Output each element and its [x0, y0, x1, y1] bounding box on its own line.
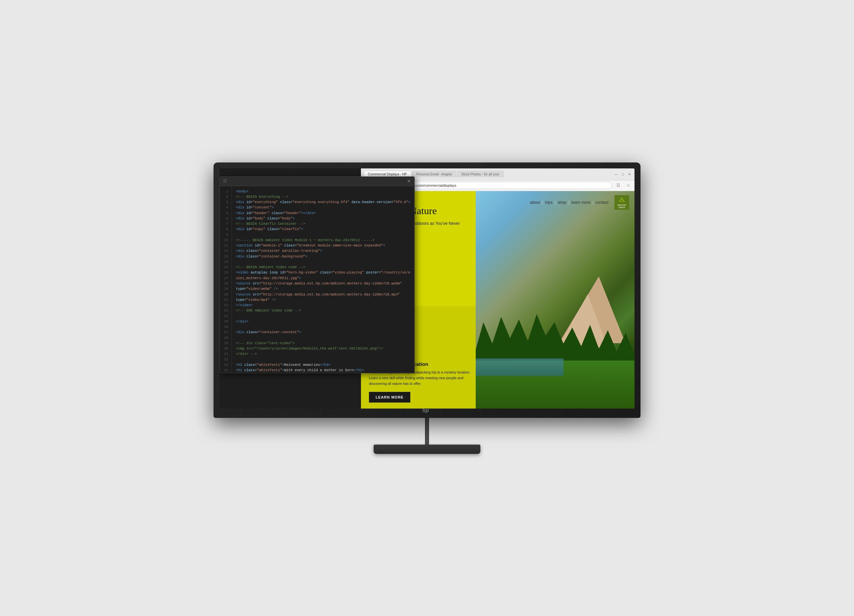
monitor-screen: Commercial Displays - HP Personal Email …: [220, 168, 634, 409]
monitor-stand-neck: [425, 418, 429, 445]
close-button[interactable]: ✕: [627, 172, 632, 177]
mountain-2: [558, 294, 608, 348]
screen-content: Commercial Displays - HP Personal Email …: [220, 168, 634, 409]
learn-more-button[interactable]: LEARN MORE: [369, 392, 410, 403]
browser-tab-stock[interactable]: Stock Photos - for all your: [457, 171, 504, 177]
editor-titlebar: ☷ ✕: [220, 177, 414, 186]
nature-background: [457, 191, 634, 409]
bookmark-button[interactable]: ☆: [624, 182, 632, 189]
water-area: [474, 358, 563, 376]
monitor: Commercial Displays - HP Personal Email …: [214, 162, 640, 454]
line-numbers: 12345 678910 1112131415 1617181920 21222…: [220, 186, 232, 373]
nav-shop[interactable]: shop: [556, 200, 569, 205]
nav-about[interactable]: about: [528, 200, 542, 205]
code-editor: ☷ ✕ 12345 678910 1112131415 1617181920 2…: [220, 177, 415, 373]
monitor-stand-base: [374, 445, 480, 454]
hp-navigation: about | trips | shop | learn more | cont…: [523, 191, 634, 214]
apps-button[interactable]: ☷: [615, 182, 622, 189]
logo-text: discover nature: [618, 204, 626, 209]
editor-icon: ☷: [223, 179, 227, 183]
address-bar-input[interactable]: [390, 182, 612, 189]
nav-trips[interactable]: trips: [543, 200, 555, 205]
nav-learn-more[interactable]: learn more: [569, 200, 592, 205]
editor-body: 12345 678910 1112131415 1617181920 21222…: [220, 186, 414, 373]
code-content[interactable]: <body> <!-- BEGIN Everything --> <div id…: [232, 186, 414, 373]
minimize-button[interactable]: —: [614, 172, 619, 177]
monitor-bezel: Commercial Displays - HP Personal Email …: [214, 162, 640, 418]
nav-contact[interactable]: contact: [593, 200, 610, 205]
browser-tab-email[interactable]: Personal Email - Angela: [412, 171, 456, 177]
editor-close-button[interactable]: ✕: [407, 178, 411, 184]
browser-window-controls: — □ ✕: [614, 172, 632, 177]
discover-nature-logo: discover nature: [615, 195, 629, 210]
maximize-button[interactable]: □: [621, 172, 625, 177]
